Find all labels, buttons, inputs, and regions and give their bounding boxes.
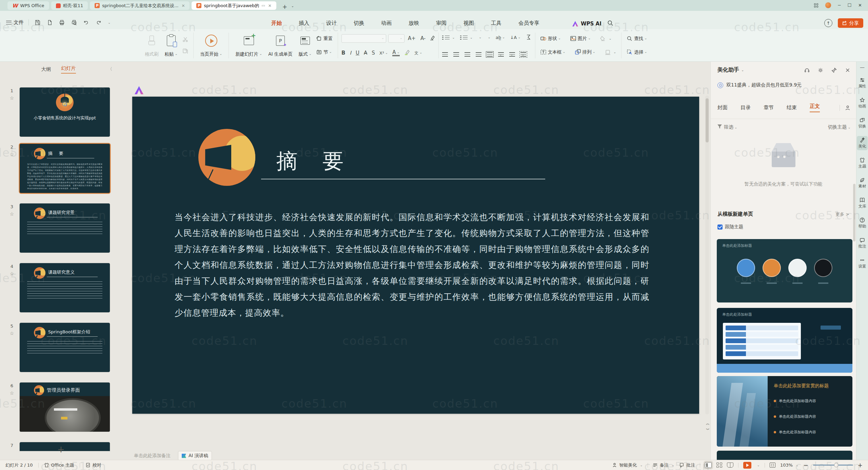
fill-color-button[interactable]	[598, 34, 613, 43]
slide-thumbnail-5[interactable]: SpringBoot框架介绍	[20, 323, 110, 372]
settings-gear-icon[interactable]	[817, 67, 824, 73]
tab-chapter[interactable]: 章节	[764, 104, 774, 111]
normal-view-button[interactable]	[705, 462, 712, 468]
phonetic-guide-button[interactable]: 文	[414, 50, 422, 56]
rail-beautify[interactable]: 美化	[857, 136, 868, 150]
play-options-dropdown[interactable]: ⌄	[757, 463, 760, 467]
increase-font-button[interactable]: A+	[407, 35, 417, 41]
align-right-button[interactable]	[465, 52, 470, 57]
cut-button[interactable]	[181, 35, 190, 44]
undo-button[interactable]	[82, 19, 90, 26]
rail-theme[interactable]: 主题	[857, 156, 868, 170]
decrease-indent-button[interactable]	[478, 35, 481, 40]
comments-button[interactable]: 批注	[679, 462, 695, 468]
slide-thumbnail-4[interactable]: 课题研究意义	[20, 263, 110, 312]
close-tab-icon[interactable]: ✕	[181, 3, 185, 8]
textbox-button[interactable]: 文本框	[539, 48, 567, 57]
print-button[interactable]	[58, 19, 65, 26]
rail-settings[interactable]: 设置	[857, 256, 868, 270]
line-spacing-button[interactable]	[498, 52, 504, 57]
rail-help[interactable]: 帮助	[857, 216, 868, 230]
reset-button[interactable]: 重置	[315, 34, 334, 43]
strikethrough-button[interactable]: A	[364, 50, 367, 56]
italic-button[interactable]: I	[350, 50, 351, 56]
rail-assets[interactable]: 素材	[857, 176, 868, 190]
tab-toc[interactable]: 目录	[741, 104, 751, 111]
distribute-button[interactable]	[487, 52, 493, 57]
add-slide-button[interactable]: +	[41, 444, 81, 454]
scrollbar-thumb[interactable]	[706, 98, 709, 142]
font-size-select[interactable]	[388, 34, 405, 43]
star-icon[interactable]: ☆	[10, 271, 14, 276]
tab-review[interactable]: 审阅	[436, 20, 447, 27]
bold-button[interactable]: B	[341, 50, 345, 56]
tab-wps-home[interactable]: W WPS Office	[7, 1, 49, 10]
save-button[interactable]	[34, 19, 41, 26]
theme-button[interactable]: Office 主题	[44, 462, 74, 468]
underline-button[interactable]: U	[356, 50, 359, 56]
slide-thumbnail-6[interactable]: 管理员登录界面	[20, 383, 110, 432]
slide-body-text[interactable]: 当今社会进入了科技进步、经济社会快速发展的新时代。国际信息和学术交流也不断加强，…	[175, 209, 649, 321]
person-icon[interactable]	[845, 105, 851, 111]
new-tab-button[interactable]: +	[281, 3, 289, 11]
notes-button[interactable]: 备注⌄	[653, 462, 674, 468]
font-family-select[interactable]	[341, 34, 386, 43]
panel-scrollbar-thumb[interactable]	[853, 184, 855, 241]
close-button[interactable]: ✕	[858, 3, 862, 7]
file-menu[interactable]: 文件	[6, 19, 24, 26]
superscript-button[interactable]: X²	[379, 51, 388, 56]
symbol-more-button[interactable]	[526, 34, 532, 41]
format-painter-button[interactable]: 格式刷	[142, 33, 162, 58]
notes-placeholder[interactable]: 单击此处添加备注	[134, 453, 171, 459]
highlight-button[interactable]	[404, 50, 410, 57]
star-icon[interactable]: ☆	[10, 95, 14, 101]
fit-slide-button[interactable]	[770, 463, 775, 468]
next-slide-button[interactable]: ︾	[706, 428, 710, 431]
pin-tab-icon[interactable]: ▭	[261, 3, 265, 8]
user-avatar[interactable]	[825, 2, 831, 8]
play-from-current-button[interactable]: 当页开始	[197, 33, 225, 58]
tab-animation[interactable]: 动画	[381, 20, 392, 27]
ai-generate-page-button[interactable]: P AI 生成单页	[265, 33, 296, 58]
close-tab-icon[interactable]: ✕	[268, 3, 272, 8]
zoom-in-button[interactable]: +	[858, 462, 863, 469]
tab-document-active[interactable]: P springboot基于javaweb的 ▭ ✕	[192, 1, 276, 10]
upload-cloud-icon[interactable]: ↑	[824, 19, 832, 27]
zoom-slider-knob[interactable]	[834, 463, 839, 467]
support-headset-icon[interactable]	[804, 67, 810, 73]
new-slide-button[interactable]: 新建幻灯片	[232, 33, 265, 58]
outline-color-button[interactable]	[603, 48, 618, 57]
follow-theme-checkbox[interactable]	[717, 224, 723, 230]
minimize-button[interactable]: ─	[838, 3, 841, 7]
star-icon[interactable]: ☆	[10, 331, 14, 336]
star-icon[interactable]: ☆	[10, 211, 14, 217]
section-button[interactable]: 节	[315, 48, 334, 57]
collapse-rail-icon[interactable]: —	[860, 64, 865, 70]
redo-button[interactable]	[95, 19, 102, 26]
text-direction-button[interactable]: ab̲	[496, 35, 505, 40]
numbered-list-button[interactable]	[460, 36, 473, 40]
slides-tab[interactable]: 幻灯片	[61, 65, 76, 74]
template-card-4-partial[interactable]	[717, 451, 852, 461]
tab-body[interactable]: 正文	[810, 103, 820, 112]
clear-format-button[interactable]	[429, 35, 435, 42]
find-button[interactable]: 查找	[625, 34, 649, 43]
rail-properties[interactable]: 属性	[857, 76, 868, 90]
tab-member[interactable]: 会员专享	[518, 20, 539, 27]
tab-transition[interactable]: 切换	[354, 20, 364, 27]
decrease-font-button[interactable]: A-	[419, 35, 427, 41]
layout-button[interactable]: 版式	[296, 33, 315, 58]
proofing-button[interactable]: 校对	[85, 462, 101, 468]
pin-icon[interactable]	[831, 67, 837, 73]
reading-view-button[interactable]	[727, 463, 733, 468]
text-shadow-button[interactable]: S	[372, 50, 375, 56]
bullet-list-button[interactable]	[442, 36, 455, 40]
arrange-button[interactable]: 排列	[573, 48, 597, 57]
zoom-out-button[interactable]: −	[804, 462, 808, 469]
picture-button[interactable]: 图片	[569, 34, 592, 43]
paste-button[interactable]: 粘贴	[162, 33, 181, 58]
search-button[interactable]	[607, 20, 613, 27]
wps-ai-floating-icon[interactable]	[135, 86, 143, 94]
rail-comments[interactable]: 批注	[857, 236, 868, 250]
slide-thumbnail-3[interactable]: 课题研究背景	[20, 203, 110, 253]
